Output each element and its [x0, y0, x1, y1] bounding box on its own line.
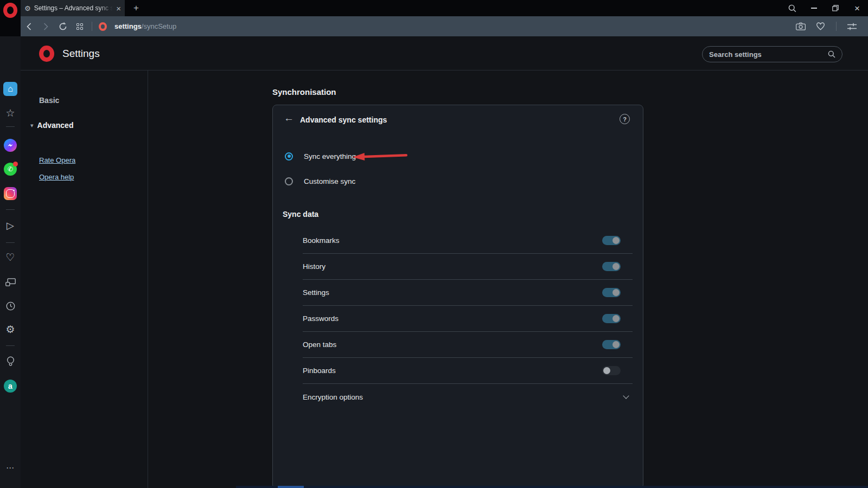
caret-down-icon: ▾	[30, 122, 34, 129]
sync-toggle-row: Passwords	[303, 306, 633, 332]
settings-header: Settings	[21, 36, 868, 70]
rail-divider	[6, 242, 15, 243]
personal-news-heart-icon[interactable]: ♡	[0, 252, 21, 262]
whatsapp-icon[interactable]: ✆	[0, 163, 21, 176]
home-icon[interactable]: ⌂	[3, 82, 17, 96]
toggle-knob	[612, 341, 620, 348]
section-title: Synchronisation	[272, 87, 336, 97]
page-title: Settings	[62, 36, 100, 70]
toolbar-divider	[92, 22, 92, 31]
sync-toggle-row: Pinboards	[303, 358, 633, 384]
settings-content: Synchronisation ← Advanced sync settings…	[148, 70, 868, 488]
settings-main: Settings Basic ▾ Advanced Rate Opera Ope…	[21, 36, 868, 488]
horizontal-scrollbar-thumb[interactable]	[278, 486, 304, 488]
notification-dot	[13, 162, 18, 166]
sidebar-item-speed-dial[interactable]: ⌂	[0, 82, 21, 96]
telegram-plane-icon[interactable]: ▷	[0, 221, 21, 230]
rate-opera-link[interactable]: Rate Opera	[39, 156, 75, 164]
tab-title: Settings – Advanced sync s	[34, 4, 113, 12]
address-toolbar: settings/syncSetup	[21, 16, 868, 36]
tab-bar: ⚙ Settings – Advanced sync s × + ×	[0, 0, 868, 16]
toggle-knob	[612, 237, 620, 244]
instagram-icon[interactable]	[0, 187, 21, 200]
amazon-icon[interactable]: a	[0, 380, 21, 393]
pinboards-label: Pinboards	[303, 367, 336, 375]
settings-search[interactable]	[702, 46, 843, 62]
sync-data-rows: BookmarksHistorySettingsPasswordsOpen ta…	[303, 228, 633, 410]
hints-lightbulb-icon[interactable]	[0, 356, 21, 367]
sync-toggle-row: Settings	[303, 280, 633, 306]
forward-icon[interactable]	[37, 16, 54, 36]
customise-sync-option[interactable]: Customise sync	[285, 173, 355, 189]
history-label: History	[303, 262, 326, 271]
rail-divider	[6, 209, 15, 210]
sync-everything-option[interactable]: Sync everything	[285, 148, 356, 164]
minimize-button[interactable]	[803, 0, 825, 16]
card-title: Advanced sync settings	[300, 115, 387, 124]
opera-settings-logo-icon	[39, 46, 54, 62]
tab-settings[interactable]: ⚙ Settings – Advanced sync s ×	[21, 0, 125, 16]
back-arrow-icon[interactable]: ←	[284, 113, 294, 123]
bookmarks-star-icon[interactable]: ☆	[0, 108, 21, 118]
toggle-knob	[612, 289, 620, 296]
advanced-sync-card: ← Advanced sync settings ? Sync everythi…	[272, 105, 643, 488]
passwords-toggle[interactable]	[602, 314, 621, 323]
settings-label: Settings	[303, 288, 329, 297]
search-icon	[828, 50, 835, 58]
pinboards-toggle[interactable]	[602, 366, 621, 375]
sidebar-rail: ⌂ ☆ ✆ ▷ ♡ ⚙ a ⋯	[0, 36, 21, 488]
opera-menu-corner[interactable]	[0, 0, 21, 36]
sidebar-setup-ellipsis-icon[interactable]: ⋯	[0, 463, 21, 473]
new-tab-button[interactable]: +	[130, 2, 142, 14]
history-toggle[interactable]	[602, 262, 621, 271]
passwords-label: Passwords	[303, 314, 339, 323]
nav-item-basic[interactable]: Basic	[39, 96, 59, 105]
encryption-options-expander[interactable]: Encryption options	[303, 384, 633, 410]
back-icon[interactable]	[21, 16, 37, 36]
toggle-knob	[612, 263, 620, 270]
titlebar-search-icon[interactable]	[781, 0, 803, 16]
snapshot-camera-icon[interactable]	[792, 16, 809, 36]
tab-close-icon[interactable]: ×	[116, 4, 121, 12]
restore-button[interactable]	[825, 0, 846, 16]
open-tabs-toggle[interactable]	[602, 340, 621, 349]
encryption-options-label: Encryption options	[303, 393, 363, 401]
chevron-down-icon	[623, 393, 629, 399]
site-opera-badge-icon[interactable]	[99, 22, 107, 31]
rail-divider	[6, 126, 15, 127]
sync-toggle-row: History	[303, 254, 633, 280]
nav-item-advanced[interactable]: ▾ Advanced	[30, 121, 73, 130]
bookmark-heart-icon[interactable]	[812, 16, 829, 36]
bookmarks-toggle[interactable]	[602, 236, 621, 245]
close-window-button[interactable]: ×	[846, 0, 868, 16]
search-settings-input[interactable]	[709, 50, 824, 59]
toggle-knob	[612, 315, 620, 322]
window-controls: ×	[781, 0, 868, 16]
toggle-knob	[603, 367, 610, 374]
opera-help-link[interactable]: Opera help	[39, 173, 74, 181]
horizontal-scrollbar[interactable]	[236, 486, 868, 488]
easy-setup-tune-icon[interactable]	[844, 16, 860, 36]
toolbar-divider	[836, 22, 837, 31]
annotation-arrow	[352, 150, 409, 162]
sync-data-heading: Sync data	[283, 210, 318, 219]
help-icon[interactable]: ?	[620, 114, 630, 124]
settings-gear-favicon-icon: ⚙	[24, 5, 31, 12]
speed-dial-grid-icon[interactable]	[71, 16, 88, 36]
radio-unselected-icon[interactable]	[285, 177, 293, 185]
url-path: /syncSetup	[142, 22, 176, 30]
address-url[interactable]: settings/syncSetup	[114, 22, 176, 30]
messenger-icon[interactable]	[0, 139, 21, 152]
rail-divider	[6, 345, 15, 346]
reload-icon[interactable]	[54, 16, 71, 36]
settings-gear-icon[interactable]: ⚙	[0, 324, 21, 335]
settings-nav: Basic ▾ Advanced Rate Opera Opera help	[21, 70, 148, 488]
sync-toggle-row: Bookmarks	[303, 228, 633, 254]
settings-toggle[interactable]	[602, 288, 621, 297]
history-clock-icon[interactable]	[0, 301, 21, 311]
sync-toggle-row: Open tabs	[303, 332, 633, 358]
tabs-devices-icon[interactable]	[0, 278, 21, 286]
opera-logo-icon[interactable]	[3, 3, 17, 18]
radio-selected-icon[interactable]	[285, 152, 293, 160]
url-host: settings	[114, 22, 142, 30]
